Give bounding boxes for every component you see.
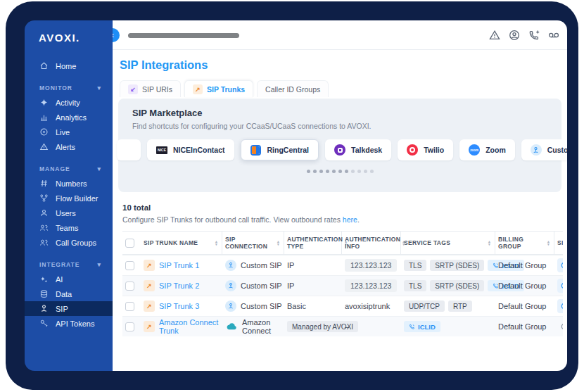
service-tag: SRTP (SDES) (430, 280, 484, 291)
sync-button[interactable] (557, 258, 563, 272)
row-checkbox[interactable] (125, 261, 134, 270)
carousel-dot[interactable] (319, 170, 323, 173)
auth-type: IP (287, 282, 294, 290)
sidebar-item-analytics[interactable]: Analytics (25, 110, 113, 125)
sync-button[interactable] (557, 299, 563, 313)
carousel-dot[interactable] (357, 170, 361, 173)
auth-info: – (345, 322, 349, 331)
outbound-rates-link[interactable]: here (343, 215, 357, 224)
window-frame: AVOXI. Home MONITOR ▾ Activity Analytics (6, 1, 578, 390)
sidebar-item-activity[interactable]: Activity (25, 95, 113, 110)
trunk-name-link[interactable]: SIP Trunk 2 (159, 282, 199, 290)
carousel-dot[interactable] (338, 170, 342, 173)
auth-info-pill: 123.123.123 (345, 259, 397, 272)
card-label: Custom SIP (547, 146, 567, 154)
talkdesk-logo (334, 144, 345, 156)
sync-button[interactable] (557, 279, 563, 293)
carousel-dot[interactable] (370, 170, 374, 173)
tab-sip-trunks[interactable]: ↗ SIP Trunks (184, 80, 253, 97)
carousel-dot[interactable] (307, 170, 310, 173)
account-icon[interactable] (508, 29, 521, 42)
sidebar-item-live[interactable]: Live (25, 125, 113, 139)
carousel-dot[interactable] (326, 170, 329, 173)
voicemail-icon[interactable] (547, 29, 560, 42)
marketplace-card-custom-sip[interactable]: Custom SIP (521, 139, 567, 160)
trunk-arrow-icon: ↗ (144, 280, 155, 291)
arrow-down-left-icon: ↙ (128, 84, 138, 94)
sidebar-item-label: SIP (56, 305, 68, 313)
trunk-name-link[interactable]: SIP Trunk 1 (159, 261, 199, 270)
connection-label: Custom SIP (241, 261, 282, 270)
trunk-arrow-icon: ↗ (144, 321, 155, 332)
auth-type: Basic (287, 302, 306, 310)
table-row: ↗SIP Trunk 3 Custom SIP Basic avoxisiptr… (122, 296, 563, 316)
service-tag: SRTP (SDES) (430, 260, 484, 271)
select-all-checkbox[interactable] (125, 239, 134, 248)
topbar: ‹ (113, 20, 567, 50)
tab-sip-uris[interactable]: ↙ SIP URIs (120, 80, 181, 97)
sort-icon[interactable]: ▴▾ (488, 240, 490, 246)
carousel-dot[interactable] (345, 170, 348, 173)
sidebar-section-integrate[interactable]: INTEGRATE ▾ (25, 257, 113, 272)
sync-button[interactable] (557, 320, 563, 334)
sidebar-item-label: Analytics (56, 113, 87, 122)
sidebar-item-label: Numbers (56, 179, 87, 188)
sort-icon[interactable]: ▴▾ (277, 240, 279, 246)
tab-caller-id-groups[interactable]: Caller ID Groups (257, 80, 329, 97)
sidebar-item-call-groups[interactable]: Call Groups (25, 235, 113, 250)
row-checkbox[interactable] (125, 322, 134, 331)
sidebar-item-api-tokens[interactable]: API Tokens (25, 316, 113, 331)
sort-icon[interactable]: ▴▾ (215, 240, 217, 246)
carousel-dot[interactable] (332, 170, 336, 173)
sort-icon[interactable]: ▴▾ (547, 240, 550, 246)
sip-trunks-table: SIP TRUNK NAME▴▾ SIP CONNECTION▴▾ AUTHEN… (122, 231, 563, 336)
tab-label: SIP Trunks (207, 85, 245, 94)
connection-label: Custom SIP (241, 282, 282, 290)
marketplace-card-partial[interactable] (117, 139, 141, 160)
sidebar-item-users[interactable]: Users (25, 206, 113, 220)
chevron-down-icon: ▾ (97, 165, 101, 172)
connection-label: Custom SIP (241, 302, 282, 310)
alerts-icon (39, 142, 49, 151)
row-checkbox[interactable] (125, 302, 134, 311)
sidebar-section-monitor[interactable]: MONITOR ▾ (25, 80, 113, 95)
row-checkbox[interactable] (125, 282, 134, 291)
section-label-text: MONITOR (39, 84, 72, 91)
sip-connection-icon (225, 280, 236, 291)
teams-icon (39, 223, 49, 232)
service-tag: UDP/TCP (404, 301, 445, 312)
sidebar-item-ai[interactable]: AI (25, 272, 113, 286)
marketplace-card-zoom[interactable]: zoom Zoom (459, 139, 515, 160)
carousel-dot[interactable] (351, 170, 355, 173)
sidebar-section-manage[interactable]: MANAGE ▾ (25, 161, 113, 176)
sidebar-item-sip[interactable]: SIP (25, 301, 113, 316)
marketplace-card-niceincontact[interactable]: NICE NICEInContact (147, 139, 234, 160)
tab-bar: ↙ SIP URIs ↗ SIP Trunks Caller ID Groups (120, 80, 561, 97)
phone-add-icon[interactable] (528, 29, 540, 42)
chevron-down-icon: ▾ (97, 261, 101, 268)
sidebar-item-home[interactable]: Home (25, 58, 113, 73)
column-header: SERVICE TAGS (404, 239, 450, 246)
sidebar-item-numbers[interactable]: Numbers (25, 176, 113, 191)
sidebar-item-label: AI (56, 275, 63, 284)
tab-label: Caller ID Groups (265, 85, 320, 94)
auth-info-pill: 123.123.123 (345, 279, 397, 292)
sidebar-item-alerts[interactable]: Alerts (25, 139, 113, 154)
trunk-arrow-icon: ↗ (144, 260, 155, 271)
sidebar-item-label: Alerts (56, 143, 75, 151)
sidebar-collapse-button[interactable]: ‹ (113, 28, 120, 42)
trunk-name-link[interactable]: Amazon Connect Trunk (159, 318, 222, 335)
section-label-text: MANAGE (39, 165, 70, 172)
table-header-row: SIP TRUNK NAME▴▾ SIP CONNECTION▴▾ AUTHEN… (122, 231, 563, 255)
alert-icon[interactable] (488, 29, 501, 42)
carousel-dot[interactable] (313, 170, 317, 173)
table-row: ↗Amazon Connect Trunk Amazon Connect Man… (122, 316, 563, 336)
trunk-name-link[interactable]: SIP Trunk 3 (159, 302, 199, 310)
sidebar-item-teams[interactable]: Teams (25, 220, 113, 235)
sidebar-item-flow-builder[interactable]: Flow Builder (25, 191, 113, 206)
sidebar-item-data[interactable]: Data (25, 286, 113, 301)
marketplace-card-twilio[interactable]: Twilio (398, 139, 453, 160)
carousel-dot[interactable] (364, 170, 367, 173)
marketplace-card-ringcentral[interactable]: RingCentral (241, 139, 319, 160)
marketplace-card-talkdesk[interactable]: Talkdesk (325, 139, 391, 160)
